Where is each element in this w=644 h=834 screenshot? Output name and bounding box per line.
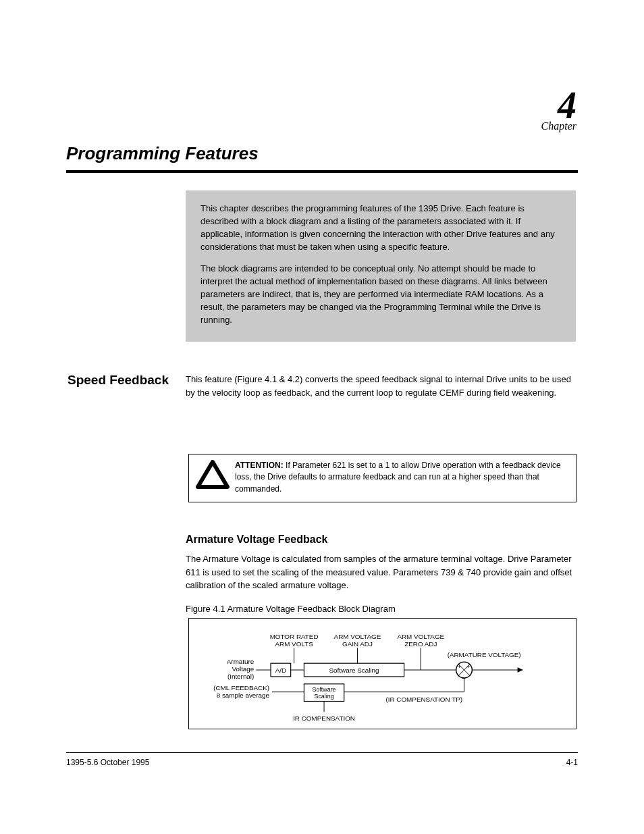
chapter-title: Programming Features <box>66 143 259 164</box>
intro-paragraph-1: This chapter describes the programming f… <box>200 203 561 253</box>
intro-box: This chapter describes the programming f… <box>186 190 576 342</box>
svg-text:(IR COMPENSATION TP): (IR COMPENSATION TP) <box>385 696 462 703</box>
svg-text:ARM VOLTAGE: ARM VOLTAGE <box>334 633 381 640</box>
footer-rule <box>66 752 578 753</box>
chapter-header: 4 Chapter <box>541 86 576 132</box>
page: 4 Chapter Programming Features This chap… <box>0 0 644 834</box>
footer-right: 4-1 <box>566 758 578 767</box>
chapter-label: Chapter <box>541 120 576 132</box>
svg-text:ARM VOLTAGE: ARM VOLTAGE <box>397 633 444 640</box>
svg-text:ZERO ADJ: ZERO ADJ <box>404 640 437 648</box>
intro-paragraph-2: The block diagrams are intended to be co… <box>200 263 561 326</box>
diagram-label: MOTOR RATED <box>270 633 319 640</box>
svg-text:(CML FEEDBACK): (CML FEEDBACK) <box>213 684 269 692</box>
horizontal-rule <box>66 170 578 173</box>
caution-heading: ATTENTION: <box>235 461 284 470</box>
warning-triangle-icon <box>196 460 230 490</box>
svg-text:8 sample average: 8 sample average <box>217 692 270 699</box>
speed-feedback-paragraph: This feature (Figure 4.1 & 4.2) converts… <box>186 373 576 399</box>
svg-text:Voltage: Voltage <box>232 665 254 673</box>
footer-left: 1395-5.6 October 1995 <box>66 758 149 767</box>
svg-text:IR COMPENSATION: IR COMPENSATION <box>293 714 355 722</box>
caution-text: ATTENTION: If Parameter 621 is set to a … <box>235 461 561 494</box>
chapter-number: 4 <box>541 86 576 124</box>
svg-text:+: + <box>458 663 461 670</box>
svg-text:(Internal): (Internal) <box>227 673 254 680</box>
svg-text:Software: Software <box>313 686 336 693</box>
section-heading-speed-feedback: Speed Feedback <box>68 373 169 388</box>
svg-text:Software Scaling: Software Scaling <box>329 667 379 674</box>
svg-text:GAIN ADJ: GAIN ADJ <box>342 640 373 648</box>
subsection-heading-armature: Armature Voltage Feedback <box>186 533 327 546</box>
svg-text:ARM VOLTS: ARM VOLTS <box>275 640 313 648</box>
block-diagram: MOTOR RATED ARM VOLTS ARM VOLTAGE GAIN A… <box>189 619 576 729</box>
figure-caption: Figure 4.1 Armature Voltage Feedback Blo… <box>186 604 396 614</box>
caution-body: If Parameter 621 is set to a 1 to allow … <box>235 461 561 494</box>
svg-text:Armature: Armature <box>227 658 254 665</box>
armature-paragraph: The Armature Voltage is calculated from … <box>186 552 576 592</box>
figure-box: MOTOR RATED ARM VOLTS ARM VOLTAGE GAIN A… <box>188 618 576 729</box>
caution-box: ATTENTION: If Parameter 621 is set to a … <box>188 454 576 502</box>
svg-text:A/D: A/D <box>275 667 286 674</box>
svg-text:(ARMATURE VOLTAGE): (ARMATURE VOLTAGE) <box>448 651 521 658</box>
svg-text:−: − <box>462 674 466 682</box>
svg-marker-26 <box>518 667 523 673</box>
svg-text:+: + <box>466 663 470 670</box>
svg-text:Scaling: Scaling <box>315 693 334 700</box>
